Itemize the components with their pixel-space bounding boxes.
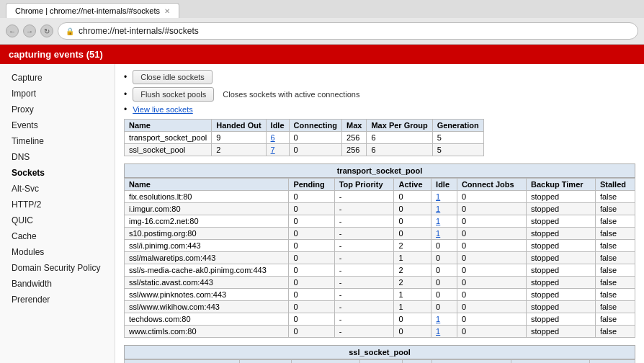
row-stalled: false — [595, 228, 635, 240]
row-top-priority: - — [334, 215, 394, 228]
sidebar: Capture Import Proxy Events Timeline DNS… — [0, 64, 115, 363]
sidebar-item-proxy[interactable]: Proxy — [0, 102, 115, 117]
row-stalled: false — [595, 215, 635, 228]
row-connect-jobs: 0 — [457, 301, 526, 313]
row-active: 0 — [394, 228, 431, 240]
table-row: ssl/www.pinknotes.com:443 0 - 1 0 0 stop… — [125, 289, 635, 301]
col-header: Pending — [289, 179, 334, 191]
col-header: Pending — [239, 360, 291, 364]
sidebar-item-cache[interactable]: Cache — [0, 228, 115, 244]
capturing-banner: capturing events (51) — [0, 45, 644, 64]
idle-link[interactable]: 1 — [436, 217, 440, 225]
sidebar-item-prerender[interactable]: Prerender — [0, 292, 115, 308]
row-idle: 0 — [431, 252, 457, 264]
row-idle: 0 — [431, 240, 457, 252]
sidebar-item-events[interactable]: Events — [0, 117, 115, 133]
row-connect-jobs: 0 — [457, 240, 526, 252]
reload-button[interactable]: ↻ — [40, 24, 53, 37]
sidebar-item-alt-svc[interactable]: Alt-Svc — [0, 181, 115, 197]
row-stalled: false — [595, 301, 635, 313]
forward-button[interactable]: → — [23, 24, 36, 37]
table-row: ssl/s-media-cache-ak0.pinimg.com:443 0 -… — [125, 264, 635, 277]
url-text: chrome://net-internals/#sockets — [79, 26, 199, 36]
row-active: 1 — [394, 301, 431, 313]
row-top-priority: - — [334, 264, 394, 277]
row-pending: 0 — [289, 289, 334, 301]
sidebar-item-dns[interactable]: DNS — [0, 149, 115, 165]
row-name: fix.esolutions.lt:80 — [125, 191, 289, 203]
row-active: 0 — [394, 191, 431, 203]
table-row: transport_socket_pool 9 6 0 256 6 5 — [125, 132, 484, 144]
sidebar-item-bandwidth[interactable]: Bandwidth — [0, 276, 115, 292]
sidebar-item-timeline[interactable]: Timeline — [0, 133, 115, 149]
row-name: ssl/www.wikihow.com:443 — [125, 301, 289, 313]
row-active: 0 — [394, 215, 431, 228]
row-active: 1 — [394, 252, 431, 264]
col-name: Name — [125, 120, 212, 132]
table-row: img-16.ccm2.net:80 0 - 0 1 0 stopped fal… — [125, 215, 635, 228]
banner-text: capturing events (51) — [9, 49, 103, 60]
row-idle: 0 — [431, 289, 457, 301]
row-pending: 0 — [289, 215, 334, 228]
col-connecting: Connecting — [289, 120, 342, 132]
row-backup-timer: stopped — [527, 228, 596, 240]
sidebar-item-modules[interactable]: Modules — [0, 244, 115, 260]
action-row-1: • Close idle sockets — [124, 70, 635, 84]
content-area: • Close idle sockets • Flush socket pool… — [115, 64, 644, 363]
col-max: Max — [342, 120, 367, 132]
idle-link[interactable]: 6 — [271, 133, 275, 142]
row-idle: 0 — [431, 264, 457, 277]
idle-link[interactable]: 1 — [436, 315, 440, 323]
sidebar-item-domain-security[interactable]: Domain Security Policy — [0, 260, 115, 276]
row-stalled: false — [595, 277, 635, 289]
sidebar-item-http2[interactable]: HTTP/2 — [0, 197, 115, 212]
pool-connecting: 0 — [289, 132, 342, 144]
idle-link[interactable]: 7 — [271, 145, 275, 154]
table-row: www.ctimls.com:80 0 - 0 1 0 stopped fals… — [125, 326, 635, 338]
active-tab: Chrome | chrome://net-internals/#sockets… — [6, 3, 179, 18]
row-connect-jobs: 0 — [457, 326, 526, 338]
row-backup-timer: stopped — [527, 252, 596, 264]
transport-pool-table: NamePendingTop PriorityActiveIdleConnect… — [124, 178, 635, 338]
col-idle: Idle — [266, 120, 289, 132]
address-bar[interactable]: 🔒 chrome://net-internals/#sockets — [58, 22, 638, 40]
row-stalled: false — [595, 191, 635, 203]
sidebar-item-sockets[interactable]: Sockets — [0, 165, 115, 181]
pool-max: 256 — [342, 132, 367, 144]
row-connect-jobs: 0 — [457, 313, 526, 326]
row-backup-timer: stopped — [527, 313, 596, 326]
ssl-pool-table: NamePendingTop PriorityActiveIdleConnect… — [124, 359, 635, 363]
close-idle-sockets-button[interactable]: Close idle sockets — [133, 70, 213, 84]
col-header: Top Priority — [292, 360, 360, 364]
row-name: www.ctimls.com:80 — [125, 326, 289, 338]
close-tab-icon[interactable]: ✕ — [164, 7, 170, 15]
row-top-priority: - — [334, 203, 394, 215]
idle-link[interactable]: 1 — [436, 205, 440, 213]
row-top-priority: - — [334, 289, 394, 301]
row-name: ssl/static.avast.com:443 — [125, 277, 289, 289]
pool-generation: 5 — [432, 132, 483, 144]
row-top-priority: - — [334, 252, 394, 264]
sidebar-item-quic[interactable]: QUIC — [0, 212, 115, 228]
row-idle: 1 — [431, 228, 457, 240]
bullet-1: • — [124, 72, 127, 82]
ssl-pool-header: ssl_socket_pool — [124, 345, 635, 359]
idle-link[interactable]: 1 — [436, 327, 440, 336]
row-stalled: false — [595, 289, 635, 301]
idle-link[interactable]: 1 — [436, 192, 440, 201]
view-live-sockets-link[interactable]: View live sockets — [133, 105, 193, 114]
pool-max: 256 — [342, 144, 367, 156]
browser-toolbar: ← → ↻ 🔒 chrome://net-internals/#sockets — [0, 18, 644, 44]
col-header: Active — [359, 360, 402, 364]
idle-link[interactable]: 1 — [436, 229, 440, 238]
main-layout: Capture Import Proxy Events Timeline DNS… — [0, 64, 644, 363]
row-connect-jobs: 0 — [457, 277, 526, 289]
row-idle: 1 — [431, 215, 457, 228]
sidebar-item-import[interactable]: Import — [0, 86, 115, 102]
flush-socket-pools-button[interactable]: Flush socket pools — [133, 87, 214, 102]
row-active: 0 — [394, 326, 431, 338]
row-name: ssl/i.pinimg.com:443 — [125, 240, 289, 252]
back-button[interactable]: ← — [6, 24, 19, 37]
row-connect-jobs: 0 — [457, 289, 526, 301]
sidebar-item-capture[interactable]: Capture — [0, 70, 115, 86]
